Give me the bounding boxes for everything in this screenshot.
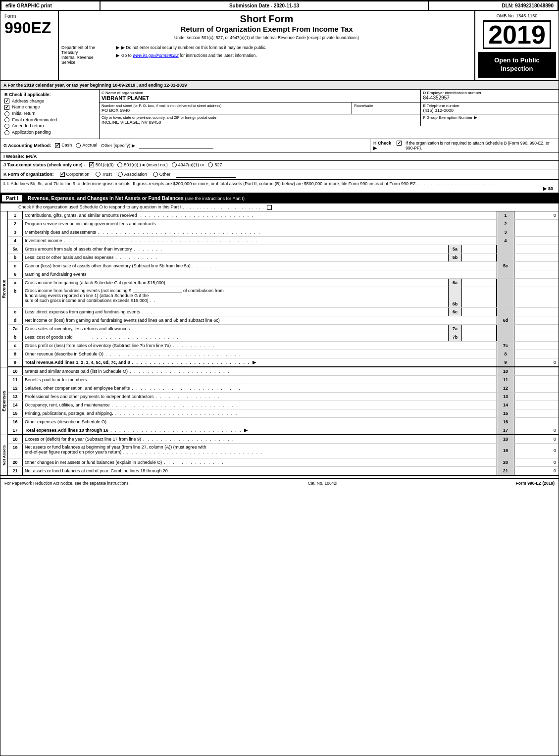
city-state: INCLINE VILLAGE, NV 89450 <box>102 120 418 125</box>
row-6d: d Net income or (loss) from gaming and f… <box>8 316 559 325</box>
address-change-checkbox[interactable] <box>4 99 9 103</box>
row-11: 11 Benefits paid to or for members . . .… <box>8 376 559 384</box>
section-g-label: G Accounting Method: <box>3 143 51 148</box>
row-6a: a Gross income from gaming (attach Sched… <box>8 279 559 287</box>
c-label: C Name of organization <box>102 91 418 95</box>
other-specify: Other (specify) ▶ <box>101 143 135 148</box>
final-return-row: Final return/terminated <box>4 117 95 123</box>
row-9: 9 Total revenue. Add lines 1, 2, 3, 4, 5… <box>8 358 559 367</box>
accrual-radio[interactable]: Accrual <box>76 143 97 148</box>
row-16: 16 Other expenses (describe in Schedule … <box>8 418 559 426</box>
k-association[interactable]: Association <box>118 172 147 177</box>
section-a-text: A For the 2019 calendar year, or tax yea… <box>3 83 187 88</box>
row-6c: c Less: direct expenses from gaming and … <box>8 308 559 316</box>
row-14: 14 Occupancy, rent, utilities, and maint… <box>8 401 559 409</box>
row-7b: b Less: cost of goods sold . . . . . . .… <box>8 333 559 342</box>
row-3: 3 Membership dues and assessments . . . … <box>8 228 559 237</box>
dept-line3: Internal Revenue <box>61 55 113 60</box>
name-change-checkbox[interactable] <box>4 105 9 110</box>
initial-return-row: Initial return <box>4 111 95 116</box>
row-17: 17 Total expenses. Add lines 10 through … <box>8 426 559 435</box>
part-i-title: Revenue, Expenses, and Changes in Net As… <box>24 194 249 203</box>
omb-text: OMB No. 1545-1150 <box>497 13 538 18</box>
k-trust[interactable]: Trust <box>96 172 112 177</box>
final-return-radio[interactable] <box>4 117 9 122</box>
row-7c: c Gross profit or (loss) from sales of i… <box>8 342 559 350</box>
address-change-row: Address change <box>4 99 95 104</box>
row-5c: c Gain or (loss) from sale of assets oth… <box>8 262 559 270</box>
expenses-label: Expenses <box>1 391 6 411</box>
form-number: 990EZ <box>4 20 51 36</box>
row-6: 6 Gaming and fundraising events <box>8 270 559 279</box>
initial-return-radio[interactable] <box>4 111 9 116</box>
efile-label: efile GRAPHIC print <box>1 1 101 10</box>
form-title-sub: Return of Organization Exempt From Incom… <box>180 25 353 33</box>
dept-line4: Service <box>61 60 113 65</box>
row-7a: 7a Gross sales of inventory, less return… <box>8 325 559 333</box>
row-4: 4 Investment income . . . . . . . . . . … <box>8 237 559 245</box>
open-public-box: Open to Public Inspection <box>478 52 556 78</box>
row-19: 19 Net assets or fund balances at beginn… <box>8 444 559 458</box>
ein: 84-4352957 <box>423 95 557 101</box>
k-corporation[interactable]: Corporation <box>60 172 90 177</box>
e-label: E Telephone number <box>423 103 557 108</box>
row-20: 20 Other changes in net assets or fund b… <box>8 458 559 467</box>
j-501c[interactable]: 501(c)( )◄ (insert no.) <box>117 162 167 168</box>
name-change-row: Name change <box>4 104 95 110</box>
row-5a: 5a Gross amount from sale of assets othe… <box>8 245 559 253</box>
other-specify-field[interactable] <box>139 142 213 149</box>
f-label: F Group Exemption Number ▶ <box>423 115 557 120</box>
row-18: 18 Excess or (deficit) for the year (Sub… <box>8 435 559 444</box>
application-pending-radio[interactable] <box>4 130 9 135</box>
row-13: 13 Professional fees and other payments … <box>8 393 559 401</box>
footer-right: Form 990-EZ (2019) <box>516 481 555 486</box>
section-l-label: L <box>3 181 7 186</box>
j-527[interactable]: 527 <box>208 162 222 168</box>
amended-return-row: Amended return <box>4 123 95 129</box>
row-8: 8 Other revenue (describe in Schedule O)… <box>8 350 559 358</box>
row-1: 1 Contributions, gifts, grants, and simi… <box>8 211 559 220</box>
schedule-o-dots: . . . . . . . . . . . . . . . . . . . . … <box>183 204 264 209</box>
row-5b: b Less: cost or other basis and sales ex… <box>8 253 559 262</box>
schedule-o-checkbox[interactable] <box>267 204 273 210</box>
amended-return-radio[interactable] <box>4 124 9 129</box>
application-pending-row: Application pending <box>4 130 95 135</box>
dept-line1: Department of the <box>61 45 113 50</box>
section-l-value: ▶ $0 <box>496 186 556 191</box>
address: PO BOX 5940 <box>102 108 350 113</box>
part-i-label: Part I <box>1 195 23 202</box>
net-assets-label: Net Assets <box>2 445 6 465</box>
footer-center: Cat. No. 10642I <box>308 481 338 486</box>
row-2: 2 Program service revenue including gove… <box>8 220 559 228</box>
row-10: 10 Grants and similar amounts paid (list… <box>8 367 559 376</box>
row-21: 21 Net assets or fund balances at end of… <box>8 467 559 475</box>
section-h-text: if the organization is not required to a… <box>406 141 556 151</box>
dept-line2: Treasury <box>61 50 113 55</box>
submission-date: Submission Date - 2020-11-13 <box>101 1 429 10</box>
section-b-label: B Check if applicable: <box>4 92 95 97</box>
instruction1: ▶ Do not enter social security numbers o… <box>121 45 266 50</box>
cash-checkbox[interactable]: Cash <box>55 143 72 148</box>
k-other-field[interactable] <box>176 171 236 178</box>
form-subtitle: Under section 501(c), 527, or 4947(a)(1)… <box>174 35 359 40</box>
section-h-label: H Check ▶ <box>373 141 394 151</box>
dln-number: DLN: 93492318048890 <box>429 1 558 10</box>
section-j-label: J Tax-exempt status (check only one) - <box>3 162 85 167</box>
room-suite-label: Room/suite <box>354 103 418 108</box>
org-name: VIBRANT PLANET <box>102 95 418 101</box>
row-6b: b Gross income from fundraising events (… <box>8 287 559 308</box>
section-l-text: L Add lines 5b, 6c, and 7b to line 9 to … <box>7 181 416 186</box>
j-501c3[interactable]: 501(c)(3) <box>89 162 114 168</box>
footer-left: For Paperwork Reduction Act Notice, see … <box>4 481 130 486</box>
d-label: D Employer identification number <box>423 91 557 95</box>
section-i: I Website: ▶N/A <box>0 152 559 161</box>
year-display: 2019 <box>483 20 551 49</box>
section-k-label: K Form of organization: <box>3 172 54 177</box>
h-checkbox[interactable] <box>397 141 403 146</box>
form-label: Form <box>4 13 16 19</box>
k-other[interactable]: Other <box>153 172 171 177</box>
city-label: City or town, state or province, country… <box>102 115 418 120</box>
row-15: 15 Printing, publications, postage, and … <box>8 409 559 418</box>
j-4947[interactable]: 4947(a)(1) or <box>172 162 204 168</box>
form-title-main: Short Form <box>240 13 294 25</box>
